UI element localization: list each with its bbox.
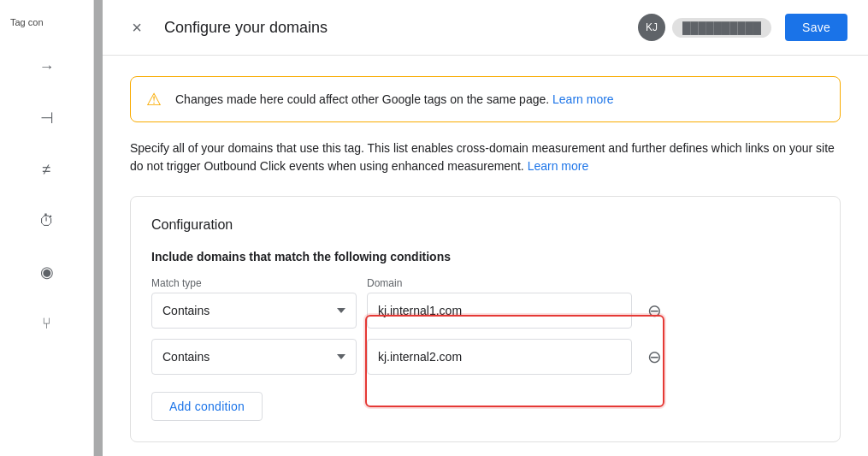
- description-learn-more-link[interactable]: Learn more: [528, 159, 589, 173]
- modal-header: × Configure your domains KJ ██████████ S…: [103, 0, 868, 56]
- match-type-select-2[interactable]: Contains Equals Begins with Ends with Ma…: [151, 339, 357, 375]
- domain-label: Domain: [367, 277, 632, 289]
- avatar-name: ██████████: [672, 18, 771, 38]
- sidebar-section-label: Tag con: [10, 17, 44, 27]
- match-type-label: Match type: [151, 277, 357, 289]
- conditions-title: Include domains that match the following…: [151, 250, 819, 264]
- sidebar-icon-clock[interactable]: ⏱: [32, 205, 62, 236]
- sidebar-icon-filter[interactable]: ≠: [32, 154, 62, 185]
- user-avatar-group: KJ ██████████: [638, 14, 771, 41]
- configure-domains-modal: × Configure your domains KJ ██████████ S…: [103, 0, 868, 456]
- remove-row-2-button[interactable]: ⊖: [642, 345, 666, 369]
- save-button[interactable]: Save: [785, 14, 847, 41]
- warning-banner: ⚠ Changes made here could affect other G…: [130, 76, 841, 122]
- description-text: Specify all of your domains that use thi…: [130, 139, 841, 175]
- domain-input-1[interactable]: [367, 293, 632, 329]
- sidebar-icon-arrow[interactable]: →: [32, 51, 62, 82]
- configuration-card: Configuration Include domains that match…: [130, 196, 841, 442]
- avatar-initials: KJ: [638, 14, 665, 41]
- warning-learn-more-link[interactable]: Learn more: [552, 92, 614, 106]
- sidebar: Tag con → ⊣ ≠ ⏱ ◉ ⑂: [0, 0, 94, 456]
- modal-title: Configure your domains: [164, 19, 624, 37]
- sidebar-icon-signin[interactable]: ⊣: [32, 103, 62, 133]
- warning-icon: ⚠: [146, 89, 162, 110]
- sidebar-icon-fork[interactable]: ⑂: [32, 308, 62, 339]
- conditions-container: Contains Equals Begins with Ends with Ma…: [151, 293, 819, 375]
- close-button[interactable]: ×: [123, 14, 151, 41]
- warning-text: Changes made here could affect other Goo…: [175, 92, 614, 106]
- match-type-select-1[interactable]: Contains Equals Begins with Ends with Ma…: [151, 293, 357, 329]
- table-row: Contains Equals Begins with Ends with Ma…: [151, 293, 819, 329]
- modal-body: ⚠ Changes made here could affect other G…: [103, 56, 868, 456]
- domain-input-2[interactable]: [367, 339, 632, 375]
- remove-row-1-button[interactable]: ⊖: [642, 299, 666, 323]
- table-row: Contains Equals Begins with Ends with Ma…: [151, 339, 819, 375]
- add-condition-button[interactable]: Add condition: [151, 392, 263, 421]
- column-labels: Match type Domain: [151, 277, 819, 289]
- sidebar-icon-palette[interactable]: ◉: [32, 257, 62, 287]
- config-title: Configuration: [151, 217, 819, 233]
